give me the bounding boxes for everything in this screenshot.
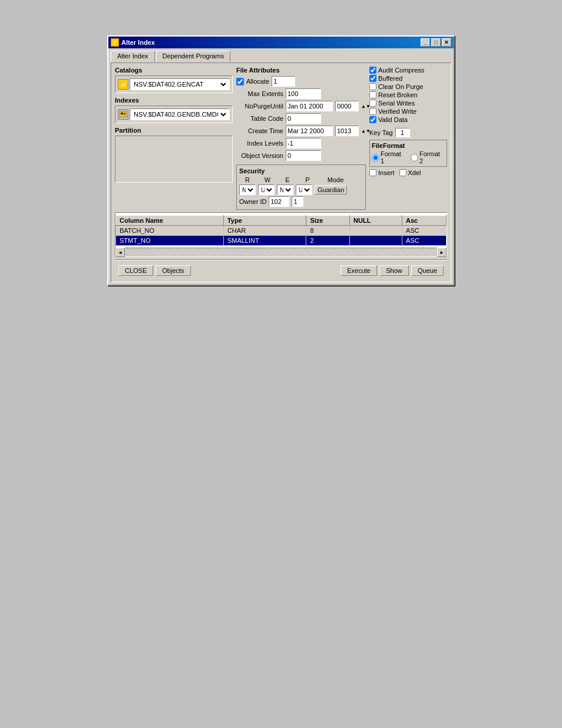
sec-mode-label: Mode — [319, 176, 352, 183]
scroll-right-arrow[interactable]: ► — [437, 248, 447, 257]
valid-data-checkbox[interactable] — [369, 116, 376, 123]
tab-dependent-programs[interactable]: Dependent Programs — [156, 51, 231, 61]
left-buttons: CLOSE Objects — [118, 265, 191, 276]
allocate-checkbox[interactable] — [236, 78, 244, 85]
file-format-title: FileFormat — [372, 142, 445, 149]
clear-on-purge-row: Clear On Purge — [369, 83, 447, 90]
main-area: Catalogs 📁 NSV.$DAT402.GENCAT — [115, 67, 447, 210]
index-row: NSV.$DAT402.GENDB.CMD#851 — [118, 108, 230, 120]
catalog-select-box[interactable]: NSV.$DAT402.GENCAT — [130, 78, 230, 90]
audit-compress-label: Audit Compress — [378, 67, 424, 74]
guardian-button[interactable]: Guardian — [315, 185, 347, 195]
audit-compress-checkbox[interactable] — [369, 67, 376, 74]
xdel-label: Xdel — [408, 169, 421, 176]
queue-button[interactable]: Queue — [411, 265, 444, 276]
close-window-button[interactable]: ✕ — [442, 38, 451, 47]
valid-data-label: Valid Data — [378, 116, 408, 123]
file-format-section: FileFormat Format 1 Format 2 — [369, 140, 447, 167]
sec-w-dropdown[interactable]: UNGAO — [258, 185, 275, 195]
allocate-row: Allocate — [236, 76, 366, 87]
data-table-container: Column Name Type Size NULL Asc BATCH_NO … — [115, 212, 447, 248]
tab-bar: Alter Index Dependent Programs — [111, 51, 451, 61]
cell-size-1: 2 — [306, 236, 350, 246]
max-extents-label: Max Extents — [236, 90, 283, 97]
reset-broken-row: Reset Broken — [369, 91, 447, 98]
audit-compress-row: Audit Compress — [369, 67, 447, 74]
owner-id-input[interactable] — [269, 196, 289, 207]
buffered-checkbox[interactable] — [369, 75, 376, 82]
buffered-label: Buffered — [378, 75, 402, 82]
maximize-button[interactable]: □ — [431, 38, 441, 47]
objects-button[interactable]: Objects — [156, 265, 190, 276]
no-purge-extra-input[interactable] — [335, 101, 359, 111]
col-header-null: NULL — [350, 216, 402, 226]
format2-radio-row: Format 2 — [411, 150, 445, 164]
insert-xdel-group: Insert Xdel — [369, 169, 447, 177]
serial-writes-checkbox[interactable] — [369, 100, 376, 107]
catalog-select[interactable]: NSV.$DAT402.GENCAT — [131, 80, 228, 88]
create-time-input[interactable] — [286, 126, 333, 136]
max-extents-input[interactable] — [286, 88, 321, 99]
format1-radio[interactable] — [372, 154, 379, 162]
sec-r-dropdown[interactable]: NUGAO — [239, 185, 256, 195]
file-attributes-title: File Attributes — [236, 67, 366, 74]
key-tag-input[interactable] — [395, 128, 410, 137]
cell-col-name-1: STMT_NO — [116, 236, 224, 246]
clear-on-purge-checkbox[interactable] — [369, 83, 376, 90]
create-time-label: Create Time — [236, 127, 283, 134]
window-body: Alter Index Dependent Programs Catalogs … — [108, 48, 454, 285]
sec-p-dropdown[interactable]: UNGAO — [296, 185, 312, 195]
tab-alter-index[interactable]: Alter Index — [111, 51, 155, 62]
sec-e-dropdown[interactable]: NUGAO — [277, 185, 293, 195]
data-table: Column Name Type Size NULL Asc BATCH_NO … — [115, 215, 447, 246]
reset-broken-checkbox[interactable] — [369, 91, 376, 98]
object-version-row: Object Version — [236, 150, 366, 161]
format1-label: Format 1 — [381, 150, 406, 164]
catalog-folder-icon: 📁 — [118, 79, 128, 90]
scroll-left-arrow[interactable]: ◄ — [115, 248, 125, 257]
format2-radio[interactable] — [411, 154, 418, 162]
horizontal-scrollbar[interactable]: ◄ ► — [115, 248, 447, 257]
col-header-asc: Asc — [402, 216, 447, 226]
object-version-input[interactable] — [286, 150, 321, 161]
insert-label: Insert — [378, 169, 395, 176]
owner-id-extra-input[interactable] — [292, 196, 303, 207]
xdel-checkbox[interactable] — [399, 169, 406, 176]
index-levels-row: Index Levels — [236, 138, 366, 149]
index-levels-input[interactable] — [286, 138, 321, 149]
bottom-divider — [115, 259, 447, 261]
minimize-button[interactable]: _ — [421, 38, 430, 47]
create-time-extra-input[interactable] — [335, 126, 359, 136]
verified-write-row: Verified Write — [369, 108, 447, 115]
indexes-section: NSV.$DAT402.GENDB.CMD#851 — [115, 106, 233, 123]
index-select-box[interactable]: NSV.$DAT402.GENDB.CMD#851 — [130, 108, 230, 120]
key-tag-row: Key Tag — [369, 128, 447, 137]
col-header-type: Type — [223, 216, 306, 226]
sec-e-label: E — [279, 176, 296, 183]
cell-size-0: 8 — [306, 226, 350, 236]
show-button[interactable]: Show — [379, 265, 409, 276]
index-select[interactable]: NSV.$DAT402.GENDB.CMD#851 — [131, 110, 228, 118]
execute-button[interactable]: Execute — [340, 265, 377, 276]
catalogs-label: Catalogs — [115, 67, 233, 74]
table-row[interactable]: STMT_NO SMALLINT 2 ASC — [116, 236, 447, 246]
catalog-row: 📁 NSV.$DAT402.GENCAT — [118, 78, 230, 90]
alter-index-window: 7 Alter Index _ □ ✕ Alter Index Dependen… — [107, 35, 455, 286]
allocate-input[interactable] — [272, 76, 295, 87]
valid-data-row: Valid Data — [369, 116, 447, 123]
verified-write-checkbox[interactable] — [369, 108, 376, 115]
cell-type-0: CHAR — [223, 226, 306, 236]
scroll-track[interactable] — [125, 248, 437, 256]
cell-asc-1: ASC — [402, 236, 447, 246]
no-purge-input[interactable] — [286, 101, 333, 111]
partition-section — [115, 136, 233, 183]
format2-label: Format 2 — [419, 150, 445, 164]
insert-checkbox[interactable] — [369, 169, 376, 176]
security-cols: R W E P Mode — [239, 176, 363, 183]
window-title: Alter Index — [121, 39, 155, 46]
table-row[interactable]: BATCH_NO CHAR 8 ASC — [116, 226, 447, 236]
close-button[interactable]: CLOSE — [118, 265, 153, 276]
tab-content: Catalogs 📁 NSV.$DAT402.GENCAT — [111, 62, 451, 282]
table-code-input[interactable] — [286, 113, 321, 124]
no-purge-label: NoPurgeUntil — [236, 103, 283, 110]
